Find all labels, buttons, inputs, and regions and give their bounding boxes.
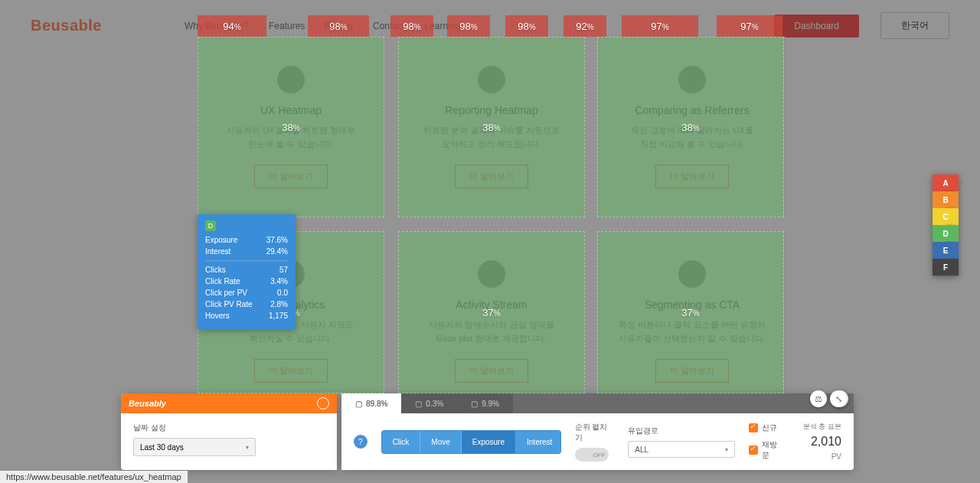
device-icon: ▢: [415, 400, 422, 408]
panel-brand: Beusably: [121, 393, 337, 413]
device-tab[interactable]: ▢ 89.8%: [341, 393, 401, 413]
feature-card[interactable]: Reporting Heatmap 히트맵 분석 결과와 이슈를 자동으로요약하…: [398, 37, 585, 217]
stat-label: 분석 총 표본: [798, 422, 841, 432]
legend-grade[interactable]: E1%: [933, 242, 959, 259]
nav-item[interactable]: Pricing: [325, 21, 353, 31]
feature-card[interactable]: Activity Stream 사용자의 탐색순서와 관심 영역을Gaze pl…: [398, 231, 585, 412]
help-icon[interactable]: ?: [354, 435, 368, 449]
inflow-control: 유입경로 ALL ▾: [628, 426, 735, 458]
nav-item[interactable]: Contact: [373, 21, 404, 31]
card-desc: 사용자의 탐색순서와 관심 영역을Gaze plot 형태로 제공합니다.: [429, 318, 554, 345]
panel-left: Beusably 날짜 설정 Last 30 days ▾: [121, 393, 337, 470]
device-icon: ▢: [355, 400, 362, 408]
status-url: https://www.beusable.net/features/ux_hea…: [0, 471, 188, 483]
tooltip-row: Click PV Rate2.8%: [205, 299, 288, 310]
mode-segment: ClickMoveExposureInterest: [381, 430, 561, 454]
mode-option[interactable]: Move: [420, 431, 461, 453]
checkbox-icon: [749, 445, 758, 455]
learn-more-button[interactable]: 더 알아보기: [655, 359, 729, 383]
card-icon: [478, 66, 505, 93]
collapse-icon[interactable]: ⤡: [830, 390, 847, 407]
legend-grade[interactable]: A80%: [933, 175, 959, 191]
device-tab[interactable]: ▢ 9.9%: [457, 393, 513, 413]
rank-control: 순위 펼치기 OFF: [575, 422, 615, 462]
grade-legend[interactable]: A80%B60%C40%D20%E1%F: [933, 175, 959, 276]
learn-more-button[interactable]: 더 알아보기: [254, 165, 328, 188]
visitor-filter: 신규 재방문: [749, 423, 784, 461]
feature-card[interactable]: Segmenting as CTA 특정 버튼이나 클릭 요소를 어떤 유형의사…: [599, 231, 786, 412]
card-icon: [678, 66, 706, 93]
learn-more-button[interactable]: 더 알아보기: [655, 165, 729, 188]
feature-card[interactable]: UX Heatmap 사용자의 UX결과를 히트맵 형태로한눈에 볼 수 있습니…: [198, 37, 384, 217]
nav-item[interactable]: Features: [269, 21, 305, 31]
language-button[interactable]: 한국어: [880, 12, 949, 39]
tooltip-row: Click Rate3.4%: [205, 276, 288, 287]
legend-grade[interactable]: B60%: [933, 191, 959, 208]
device-icon: ▢: [471, 400, 478, 408]
device-tab[interactable]: ▢ 0.3%: [401, 393, 457, 413]
mode-option[interactable]: Click: [382, 431, 421, 453]
chevron-down-icon: ▾: [725, 446, 728, 453]
globe-icon[interactable]: [317, 397, 329, 410]
card-title: UX Heatmap: [260, 104, 322, 116]
legend-grade[interactable]: D20%: [933, 225, 959, 242]
grade-badge: D: [205, 220, 216, 231]
stat-value: 2,010 PV: [798, 435, 841, 462]
card-icon: [277, 66, 305, 93]
date-label: 날짜 설정: [133, 423, 325, 433]
tooltip-row: Hovers1,175: [205, 310, 288, 321]
stats: 분석 총 표본 2,010 PV: [798, 422, 841, 462]
rank-label: 순위 펼치기: [575, 422, 615, 443]
check-return[interactable]: 재방문: [749, 439, 784, 461]
card-desc: 사용자의 UX결과를 히트맵 형태로한눈에 볼 수 있습니다.: [227, 124, 354, 151]
legend-grade[interactable]: C40%: [933, 208, 959, 225]
date-select[interactable]: Last 30 days ▾: [133, 438, 256, 456]
panel-brand-text: Beusably: [129, 399, 166, 408]
chevron-down-icon: ▾: [246, 444, 249, 451]
tooltip-row: Interest29.4%: [205, 246, 288, 257]
card-title: Segmenting as CTA: [645, 299, 740, 311]
check-new[interactable]: 신규: [749, 423, 784, 433]
control-panel: Beusably 날짜 설정 Last 30 days ▾ ▢ 89.8%▢ 0…: [121, 393, 854, 470]
date-value: Last 30 days: [140, 443, 184, 452]
inflow-select[interactable]: ALL ▾: [628, 441, 735, 458]
device-tabs: ▢ 89.8%▢ 0.3%▢ 9.9%: [341, 393, 854, 413]
logo[interactable]: Beusable: [31, 17, 102, 34]
card-icon: [478, 260, 505, 288]
learn-more-button[interactable]: 더 알아보기: [254, 359, 328, 383]
inflow-label: 유입경로: [628, 426, 735, 436]
hover-tooltip: D Exposure37.6%Interest29.4% Clicks57Cli…: [198, 214, 296, 329]
learn-more-button[interactable]: 더 알아보기: [455, 359, 528, 383]
tooltip-row: Click per PV0.0: [205, 287, 288, 299]
card-desc: 유입 경로에 따라 달라지는 UX를직접 비교해 볼 수 있습니다.: [631, 124, 753, 151]
card-title: Reporting Heatmap: [445, 104, 537, 116]
card-icon: [678, 260, 706, 288]
card-desc: 히트맵 분석 결과와 이슈를 자동으로요약하고 정리 해드립니다.: [423, 124, 559, 151]
mode-option[interactable]: Exposure: [462, 431, 516, 453]
legend-grade[interactable]: F: [933, 259, 959, 276]
nav-item[interactable]: Learning: [424, 21, 460, 31]
card-title: Activity Stream: [456, 299, 527, 311]
dashboard-button[interactable]: Dashboard: [774, 15, 859, 38]
nav-item[interactable]: Why Beusable?: [185, 21, 249, 31]
checkbox-icon: [749, 423, 758, 432]
nav-links: Why Beusable? Features Pricing Contact L…: [185, 21, 460, 31]
mode-option[interactable]: Interest: [516, 431, 561, 453]
feature-card[interactable]: Comparing as Referrers 유입 경로에 따라 달라지는 UX…: [599, 37, 786, 217]
card-title: Comparing as Referrers: [635, 104, 749, 116]
learn-more-button[interactable]: 더 알아보기: [455, 165, 528, 188]
rank-toggle[interactable]: OFF: [575, 448, 609, 462]
tooltip-row: Clicks57: [205, 264, 288, 276]
panel-right: ▢ 89.8%▢ 0.3%▢ 9.9% ? ClickMoveExposureI…: [341, 393, 854, 470]
card-desc: 특정 버튼이나 클릭 요소를 어떤 유형의사용자들이 선택했는지 알 수 있습니…: [619, 318, 765, 345]
balance-icon[interactable]: ⚖: [810, 390, 827, 407]
tooltip-row: Exposure37.6%: [205, 234, 288, 246]
